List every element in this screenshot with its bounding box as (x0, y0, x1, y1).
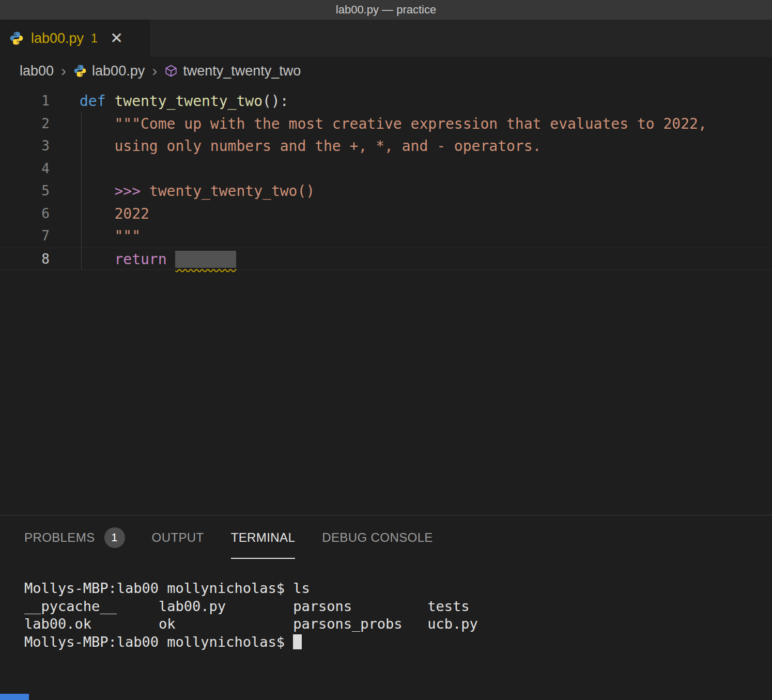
line-number: 1 (0, 90, 50, 113)
code-token: """Come up with the most creative expres… (80, 115, 707, 132)
indent-guide-icon (81, 158, 82, 180)
code-line[interactable]: 1def twenty_twenty_two(): (0, 90, 772, 113)
breadcrumb-file[interactable]: lab00.py (73, 63, 145, 79)
close-icon[interactable]: ✕ (110, 31, 123, 46)
indent-guide-icon (81, 180, 82, 203)
terminal-output[interactable]: Mollys-MBP:lab00 mollynicholas$ ls__pyca… (0, 559, 772, 651)
indent-guide-icon (81, 135, 82, 158)
code-token: def (80, 93, 106, 110)
terminal-text: Mollys-MBP:lab00 mollynicholas$ ls (24, 580, 310, 596)
panel-tab-label: TERMINAL (231, 530, 296, 545)
code-text: """Come up with the most creative expres… (80, 113, 707, 135)
code-text: """ (80, 225, 141, 248)
python-icon (9, 31, 24, 45)
chevron-right-icon: › (152, 62, 157, 80)
line-number: 6 (0, 203, 50, 225)
indent-guide-icon (81, 203, 82, 225)
code-token: (): (263, 93, 289, 110)
status-bar-sliver (0, 694, 29, 700)
terminal-text: Mollys-MBP:lab00 mollynicholas$ (24, 634, 293, 650)
code-line[interactable]: 7 """ (0, 225, 772, 248)
chevron-right-icon: › (61, 62, 66, 80)
code-line[interactable]: 8 return (0, 248, 772, 270)
code-token: 2022 (80, 205, 149, 222)
tab-filename: lab00.py (31, 31, 84, 47)
indent-guide-icon (81, 225, 82, 248)
terminal-text: lab00.ok ok parsons_probs ucb.py (24, 616, 478, 632)
code-line[interactable]: 6 2022 (0, 203, 772, 225)
problems-count-badge: 1 (104, 527, 125, 548)
line-number: 3 (0, 135, 50, 158)
line-number: 5 (0, 180, 50, 203)
panel-tab-label: OUTPUT (152, 530, 204, 545)
breadcrumb: lab00 › lab00.py › twenty_twenty_two (0, 57, 772, 85)
code-token: using only numbers and the +, *, and - o… (80, 138, 541, 155)
code-editor[interactable]: 1def twenty_twenty_two():2 """Come up wi… (0, 85, 772, 515)
indent-guide-icon (81, 113, 82, 135)
code-text: 2022 (80, 203, 149, 225)
code-token: >>> (114, 182, 141, 200)
panel-tab-terminal[interactable]: TERMINAL (231, 515, 296, 559)
editor-lines: 1def twenty_twenty_two():2 """Come up wi… (0, 90, 772, 270)
panel-tab-problems[interactable]: PROBLEMS1 (24, 515, 125, 559)
panel-tab-label: PROBLEMS (24, 530, 95, 545)
panel-tabs: PROBLEMS1OUTPUTTERMINALDEBUG CONSOLE (0, 515, 772, 559)
code-token: return (114, 251, 166, 268)
python-icon (73, 64, 87, 78)
symbol-cube-icon (164, 64, 178, 78)
panel-tab-label: DEBUG CONSOLE (322, 530, 433, 545)
code-line[interactable]: 2 """Come up with the most creative expr… (0, 113, 772, 135)
code-token (80, 251, 114, 268)
window-titlebar: lab00.py — practice (0, 0, 772, 20)
code-text: def twenty_twenty_two(): (80, 90, 289, 113)
code-token (167, 251, 176, 268)
window-title: lab00.py — practice (336, 3, 436, 17)
code-line[interactable]: 5 >>> twenty_twenty_two() (0, 180, 772, 203)
tab-warning-count: 1 (91, 32, 98, 45)
panel-tab-debug-console[interactable]: DEBUG CONSOLE (322, 515, 433, 559)
bottom-panel: PROBLEMS1OUTPUTTERMINALDEBUG CONSOLE Mol… (0, 515, 772, 651)
selection-warning-box (175, 251, 236, 268)
line-number: 7 (0, 225, 50, 248)
terminal-line: lab00.ok ok parsons_probs ucb.py (24, 615, 772, 633)
code-token (80, 182, 114, 200)
breadcrumb-symbol[interactable]: twenty_twenty_two (164, 63, 301, 79)
panel-tab-output[interactable]: OUTPUT (152, 515, 204, 559)
tab-lab00-py[interactable]: lab00.py 1 ✕ (0, 20, 150, 57)
code-token: twenty_twenty_two (114, 93, 263, 110)
code-token (106, 93, 115, 110)
code-line[interactable]: 3 using only numbers and the +, *, and -… (0, 135, 772, 158)
terminal-line: __pycache__ lab00.py parsons tests (24, 598, 772, 616)
editor-tab-bar: lab00.py 1 ✕ (0, 20, 772, 57)
breadcrumb-folder[interactable]: lab00 (20, 63, 54, 79)
code-text: >>> twenty_twenty_two() (80, 180, 315, 203)
line-number: 8 (0, 248, 50, 270)
terminal-line: Mollys-MBP:lab00 mollynicholas$ ls (24, 580, 772, 598)
code-token: """ (80, 227, 141, 245)
line-number: 4 (0, 158, 50, 180)
code-token: twenty_twenty_two() (141, 182, 315, 200)
code-text: using only numbers and the +, *, and - o… (80, 135, 541, 158)
line-number: 2 (0, 113, 50, 135)
indent-guide-icon (81, 248, 82, 270)
code-text: return (80, 248, 236, 270)
terminal-cursor (293, 634, 302, 649)
terminal-line: Mollys-MBP:lab00 mollynicholas$ (24, 633, 772, 651)
code-line[interactable]: 4 (0, 158, 772, 180)
terminal-text: __pycache__ lab00.py parsons tests (24, 598, 470, 614)
